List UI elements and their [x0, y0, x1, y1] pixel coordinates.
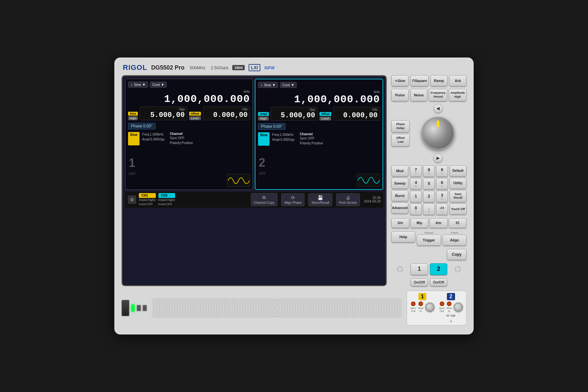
num-3-btn[interactable]: 3D — [436, 191, 448, 202]
store-recall-btn[interactable]: 💾 Store/Recall — [308, 193, 332, 206]
ch1-mode-select[interactable]: Cont ▼ — [150, 82, 167, 88]
sine-btn[interactable]: ∿ Sine — [391, 75, 409, 86]
ramp-btn[interactable]: Ramp — [430, 75, 448, 86]
ch-onoff-row: On/Off On/Off — [391, 278, 466, 286]
advanced-btn[interactable]: Advanced — [391, 203, 408, 214]
ch2-onoff-btn[interactable]: On/Off — [430, 278, 447, 286]
ch1-sync-out-connector — [411, 302, 416, 306]
ch1-off-text: OFF — [129, 172, 136, 176]
main-content: ∿ Sine ▼ Cont ▼ kHz 1,000,000.000 — [122, 75, 466, 286]
ch1-phase-label: Phase — [131, 124, 143, 128]
square-btn[interactable]: ⊓ Square — [410, 75, 429, 86]
ch2-ampl-box: Vpp 5.000,00 — [271, 107, 318, 121]
power-button[interactable] — [122, 300, 129, 316]
ch2-high-btn[interactable]: High — [258, 117, 269, 121]
mod-btn[interactable]: Mod — [391, 165, 408, 176]
x1-btn[interactable]: X1 — [449, 218, 467, 228]
num-5-btn[interactable]: 5 — [423, 178, 435, 189]
ch2-param-row: Ampl High Vpp 5.000,00 Offset Level Vd — [258, 107, 380, 121]
ch1-low-btn[interactable]: Level — [189, 116, 201, 120]
ch2-off-text: OFF — [259, 172, 266, 175]
spec1: 500MHz — [190, 65, 205, 70]
left-arrow-btn[interactable]: ◀ — [433, 104, 443, 113]
ch2-sync-out-label: SyncOut — [439, 307, 445, 313]
ch1-channel-label: Channel — [170, 132, 193, 136]
sifii-badge: SiFiII — [264, 65, 274, 70]
ch1-channel-info: Channel Sync:OFF Polarity:Positive — [170, 132, 193, 145]
dot-btn[interactable]: .B — [423, 204, 435, 215]
num-0-btn[interactable]: 0A — [410, 204, 422, 215]
num-1-btn[interactable]: 1 — [410, 191, 422, 202]
ch1-offset-btn[interactable]: Offset — [189, 112, 201, 116]
ch2-ampl-btn[interactable]: Ampl — [258, 112, 269, 116]
ch1-tab[interactable]: CH1 — [139, 193, 156, 198]
default-btn[interactable]: Default — [449, 165, 466, 176]
num-6-btn[interactable]: 6E — [436, 178, 448, 189]
ch2-tab[interactable]: CH2 — [158, 193, 175, 198]
brand-logo: RIGOL — [123, 63, 147, 72]
utility-btn[interactable]: Utility — [449, 178, 466, 189]
num-2-btn[interactable]: 2 — [423, 191, 435, 202]
freq-period-btn[interactable]: FrequencyPeriod — [429, 89, 447, 101]
help-btn[interactable]: Help — [391, 231, 415, 242]
offset-low-btn[interactable]: OffsetLow — [391, 134, 410, 146]
ch1-num-btn[interactable]: 1 — [411, 263, 428, 275]
ch1-high-btn[interactable]: High — [128, 116, 138, 120]
main-knob[interactable] — [422, 117, 454, 150]
right-arrow-btn[interactable]: ▶ — [433, 154, 443, 163]
ch2-low-btn[interactable]: Level — [319, 117, 331, 121]
burst-btn[interactable]: Burst — [391, 190, 408, 201]
touch-off-btn[interactable]: Touch Off — [449, 204, 466, 215]
ch1-ampl-btn[interactable]: Sine — [128, 112, 138, 116]
ch1-freq-value: 1,000,000.000 — [128, 93, 250, 105]
num-7-btn[interactable]: 7A — [410, 165, 422, 177]
phase-delay-btn[interactable]: PhaseDelay — [391, 120, 410, 132]
ch1-waveform-select[interactable]: ∿ Sine ▼ — [128, 82, 148, 88]
align-icon: ⟳ — [291, 195, 295, 200]
numpad-section: Mod Sweep Burst Advanced 7A 8B 9F 4E 5 6… — [391, 165, 466, 216]
gn-btn[interactable]: G/n — [391, 218, 409, 228]
settings-button[interactable]: ⚙ — [128, 195, 136, 204]
ch2-details: Freq:1.000kHz Ampl:5.000Vpp — [272, 132, 294, 146]
ch1-mod-in-label: ModIn — [418, 307, 423, 313]
ch1-tab-group: CH1 Imped:HighZ Invert:OFF — [139, 193, 156, 206]
mu-btn[interactable]: M/μ — [411, 218, 429, 228]
ch2-sine-label: Sine — [258, 132, 270, 146]
output-ch2-label: 2 — [447, 293, 455, 300]
trigger-btn[interactable]: Trigger — [417, 235, 441, 246]
ground-symbol: ⏚ — [450, 318, 452, 323]
unit-row: G/n M/μ k/m X1 — [391, 218, 466, 228]
ch1-onoff-btn[interactable]: On/Off — [411, 278, 428, 286]
print-screen-btn[interactable]: 🖨 Print Screen — [336, 193, 360, 206]
sweep-btn[interactable]: Sweep — [391, 178, 408, 189]
ch2-connectors: SyncOut ModIn — [439, 302, 463, 313]
pulse-btn[interactable]: Pulse — [391, 89, 409, 101]
align-btn[interactable]: Align — [443, 235, 466, 246]
km-btn[interactable]: k/m — [430, 218, 448, 228]
copy-btn[interactable]: Copy — [447, 249, 466, 260]
num-4-btn[interactable]: 4E — [410, 178, 422, 189]
align-phase-btn[interactable]: ⟳ Align Phase — [281, 193, 304, 206]
ch2-tab-invert: Invert:OFF — [158, 202, 175, 206]
ch1-phase-value: 0.00° — [143, 124, 152, 128]
ch2-ampl-unit: Vpp — [273, 108, 315, 111]
save-recall-btn[interactable]: SaveRecall — [449, 190, 466, 202]
ch1-waveform-preview — [227, 174, 250, 187]
num-8-btn[interactable]: 8B — [423, 165, 435, 177]
ch2-offset-btn[interactable]: Offset — [319, 112, 331, 116]
print-icon: 🖨 — [346, 195, 350, 200]
ch2-mode-select[interactable]: Cont ▼ — [280, 82, 297, 88]
noise-btn[interactable]: Noise — [410, 89, 428, 101]
ampl-high-btn[interactable]: AmplitudeHigh — [449, 89, 466, 101]
ch2-mod-in-label: ModIn — [447, 307, 452, 313]
ch2-waveform-select[interactable]: ∿ Sine ▼ — [258, 82, 278, 88]
num-9-btn[interactable]: 9F — [436, 165, 448, 177]
ch2-num-btn[interactable]: 2 — [430, 263, 447, 275]
sign-btn[interactable]: -/+C — [436, 204, 448, 215]
ch1-bnc-connector — [425, 302, 434, 312]
arb-btn[interactable]: Arb — [449, 75, 466, 86]
model-name: DG5502 Pro — [151, 64, 185, 71]
ch2-channel-info: Channel Sync:OFF Polarity:Positive — [300, 132, 323, 146]
channel-copy-btn[interactable]: ⧉ Channel Copy — [251, 193, 277, 206]
voltage-label: 42 Vpk — [446, 314, 455, 317]
